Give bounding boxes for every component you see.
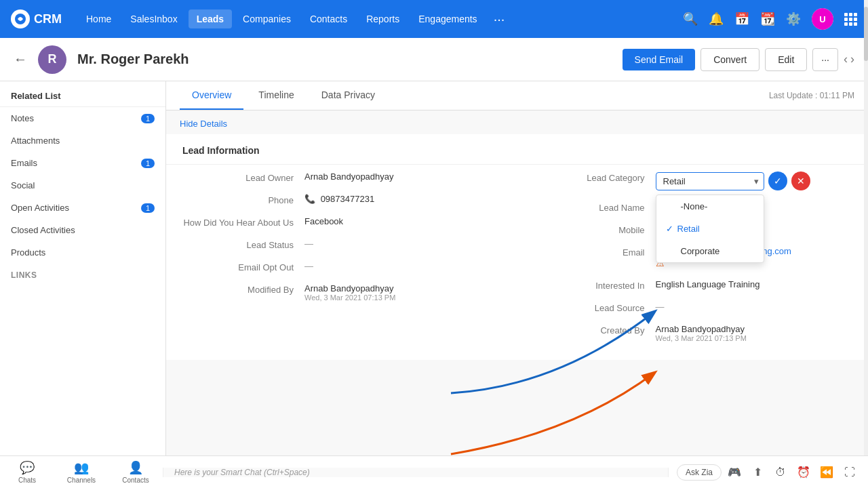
next-record-button[interactable]: › [850,52,854,66]
right-column: Lead Category -None- Retail Corporate ▾ [517,165,869,360]
related-list-title: Related List [0,81,165,107]
dropdown-confirm-button[interactable]: ✓ [768,171,787,190]
lead-category-value: -None- Retail Corporate ▾ ✓ ✕ [656,171,852,190]
interested-in-value: English Language Training [656,279,852,289]
calendar2-icon[interactable]: 📆 [760,12,775,26]
history-icon[interactable]: ⏪ [816,462,837,483]
phone-value: 📞 09873477231 [304,194,501,204]
main-scrollbar[interactable] [864,0,868,488]
alarm-icon[interactable]: ⏰ [793,462,814,483]
nav-contacts[interactable]: Contacts [302,9,355,28]
sidebar-item-closed-activities[interactable]: Closed Activities [0,219,165,241]
nav-more-button[interactable]: ··· [488,9,511,30]
lead-status-label: Lead Status [182,239,304,250]
lead-source-row: Lead Source — [534,302,852,313]
sidebar-item-attachments[interactable]: Attachments [0,129,165,152]
nav-engagements[interactable]: Engagements [410,9,485,28]
lead-avatar: R [38,45,66,74]
lead-source-label: Lead Source [534,302,656,313]
search-icon[interactable]: 🔍 [683,12,698,26]
user-avatar[interactable]: U [812,8,833,30]
lead-category-dropdown-container: -None- Retail Corporate ▾ [656,172,764,190]
more-options-button[interactable]: ··· [812,48,838,71]
contacts-icon: 👤 [128,460,143,475]
chats-icon: 💬 [20,460,35,475]
convert-button[interactable]: Convert [701,48,760,71]
bottom-tab-contacts[interactable]: 👤 Contacts [108,456,163,488]
calendar-icon[interactable]: 📅 [734,12,749,26]
lead-owner-label: Lead Owner [182,171,304,183]
sidebar-item-open-activities[interactable]: Open Activities 1 [0,197,165,219]
modified-by-value: Arnab Bandyopadhyay Wed, 3 Mar 2021 07:1… [304,283,501,302]
send-email-button[interactable]: Send Email [623,49,696,70]
lead-category-select[interactable]: -None- Retail Corporate [656,172,764,190]
header-bar: ← R Mr. Roger Parekh Send Email Convert … [0,38,868,81]
dropdown-option-retail[interactable]: ✓ Retail [656,218,764,240]
last-update-label: Last Update : 01:11 PM [769,83,854,108]
lead-owner-value: Arnab Bandyopadhyay [304,171,501,182]
page-title: Mr. Roger Parekh [77,52,612,67]
email-label: Email [534,246,656,258]
left-column: Lead Owner Arnab Bandyopadhyay Phone 📞 0… [166,165,517,360]
sidebar-item-emails[interactable]: Emails 1 [0,152,165,174]
bottom-tab-chats[interactable]: 💬 Chats [0,456,54,488]
lead-category-row: Lead Category -None- Retail Corporate ▾ [534,171,852,190]
top-navigation: CRM Home SalesInbox Leads Companies Cont… [0,0,868,38]
sidebar: Related List Notes 1 Attachments Emails … [0,81,166,488]
nav-companies[interactable]: Companies [235,9,299,28]
interested-in-label: Interested In [534,279,656,291]
back-button[interactable]: ← [14,52,27,67]
sidebar-item-notes[interactable]: Notes 1 [0,107,165,129]
main-content: Overview Timeline Data Privacy Last Upda… [166,81,868,488]
hear-about-value: Facebook [304,216,501,226]
created-by-row: Created By Arnab Bandyopadhyay Wed, 3 Ma… [534,324,852,342]
interested-in-row: Interested In English Language Training [534,279,852,291]
content-area: Related List Notes 1 Attachments Emails … [0,81,868,488]
nav-reports[interactable]: Reports [358,9,408,28]
tab-data-privacy[interactable]: Data Privacy [309,81,387,110]
edit-button[interactable]: Edit [765,48,807,71]
ask-zia-button[interactable]: Ask Zia [677,464,722,481]
channels-icon: 👥 [74,460,89,475]
share-icon[interactable]: ⬆ [747,462,768,483]
smart-chat-bar[interactable]: Here is your Smart Chat (Ctrl+Space) [163,468,669,477]
info-grid: Lead Owner Arnab Bandyopadhyay Phone 📞 0… [166,165,868,360]
hide-details-button[interactable]: Hide Details [180,119,227,129]
scrollbar-thumb[interactable] [864,7,868,61]
lead-status-value: — [304,239,501,249]
gamepad-icon[interactable]: 🎮 [724,462,745,483]
settings-icon[interactable]: ⚙️ [786,12,801,26]
lead-status-row: Lead Status — [182,239,501,250]
app-logo[interactable]: CRM [11,9,62,28]
dropdown-option-none[interactable]: -None- [656,195,764,218]
timer-icon[interactable]: ⏱ [770,462,791,483]
prev-record-button[interactable]: ‹ [844,52,848,66]
nav-salesinbox[interactable]: SalesInbox [122,9,185,28]
notifications-icon[interactable]: 🔔 [709,12,724,26]
nav-actions: 🔍 🔔 📅 📆 ⚙️ U [683,8,857,30]
phone-label: Phone [182,194,304,205]
dropdown-cancel-button[interactable]: ✕ [791,171,810,190]
nav-leads[interactable]: Leads [189,9,232,28]
sidebar-item-social[interactable]: Social [0,174,165,197]
tab-timeline[interactable]: Timeline [246,81,306,110]
apps-grid-icon[interactable] [844,13,857,26]
tab-overview[interactable]: Overview [180,81,243,110]
bottom-bar: 💬 Chats 👥 Channels 👤 Contacts Here is yo… [0,455,868,488]
nav-home[interactable]: Home [78,9,119,28]
section-header: Hide Details [166,110,868,134]
modified-by-row: Modified By Arnab Bandyopadhyay Wed, 3 M… [182,283,501,302]
bottom-tab-channels[interactable]: 👥 Channels [54,456,108,488]
card-title: Lead Information [166,134,868,165]
links-section: Links [0,264,165,283]
phone-row: Phone 📞 09873477231 [182,194,501,205]
logo-icon [11,9,30,28]
expand-icon[interactable]: ⛶ [840,462,860,483]
dropdown-option-corporate[interactable]: Corporate [656,240,764,262]
phone-icon: 📞 [304,194,315,204]
hear-about-label: How Did You Hear About Us [182,216,304,228]
app-name: CRM [34,12,62,26]
lead-owner-row: Lead Owner Arnab Bandyopadhyay [182,171,501,183]
sidebar-item-products[interactable]: Products [0,241,165,264]
created-by-value: Arnab Bandyopadhyay Wed, 3 Mar 2021 07:1… [656,324,852,342]
